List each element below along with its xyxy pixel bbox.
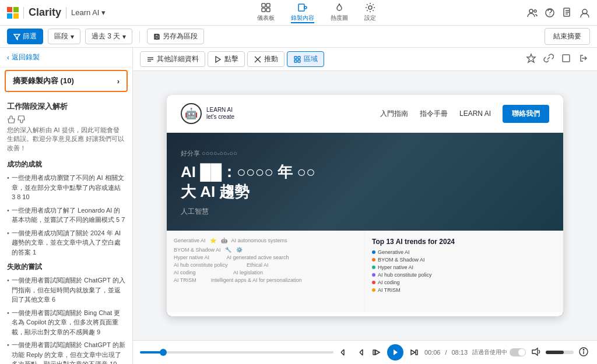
account-icon[interactable] (580, 8, 590, 18)
svg-point-9 (304, 6, 307, 9)
people-icon[interactable] (527, 8, 538, 18)
share-button[interactable] (577, 52, 590, 66)
app-title: Clarity (29, 6, 61, 19)
caption-toggle: 語過音使用中 (472, 348, 526, 356)
frame-back-button[interactable] (371, 347, 382, 358)
trend-item: BYOM & Shadow AI (372, 257, 556, 263)
time-separator: / (445, 349, 447, 356)
svg-rect-26 (294, 60, 297, 62)
site-nav: 入門指南 指令手冊 LEARN AI 聯絡我們 (380, 105, 549, 123)
nav-recordings[interactable]: 錄製內容 (291, 2, 314, 23)
segment-button[interactable]: 區段 ▾ (48, 29, 80, 44)
time-current: 00:06 (424, 349, 441, 356)
main-nav: 儀表板 錄製內容 熱度圖 設定 (115, 2, 518, 23)
video-grid: Generative AI ⭐ 🤖 AI autonomous systems … (167, 231, 563, 312)
video-share: 好分享 ○○○○-○○-○○ (181, 149, 549, 158)
list-item: 一個使用者嘗試閱讀關於 ChatGPT 的入門指南，但在短時間內就放棄了，並返回… (0, 274, 132, 306)
time-filter-button[interactable]: 過去 3 天 ▾ (85, 29, 132, 44)
play-button[interactable] (387, 344, 403, 361)
end-summary-button[interactable]: 結束摘要 (545, 28, 590, 45)
skip-back-button[interactable] (354, 347, 366, 358)
rewind-button[interactable] (338, 347, 350, 358)
time-total: 08:13 (451, 349, 468, 356)
svg-rect-6 (262, 8, 265, 12)
download-button[interactable] (560, 52, 573, 66)
nav-heatmap[interactable]: 熱度圖 (331, 2, 348, 23)
summary-header[interactable]: 摘要錄製內容 (10) › (5, 70, 128, 92)
video-title: AI ██：○○○○ 年 ○○ 大 AI 趨勢 (181, 162, 549, 202)
svg-point-10 (368, 6, 372, 9)
svg-rect-8 (298, 4, 304, 11)
progress-bar[interactable] (140, 351, 333, 354)
right-toolbar: 其他詳細資料 點擊 推動 區域 (133, 48, 597, 71)
svg-rect-25 (298, 56, 300, 59)
info-button[interactable] (577, 345, 590, 360)
save-segment-button[interactable]: 另存為區段 (147, 29, 204, 44)
volume-slider[interactable] (546, 351, 574, 354)
svg-marker-35 (532, 348, 538, 355)
video-controls: 00:06 / 08:13 語過音使用中 (133, 340, 597, 364)
svg-rect-27 (298, 60, 300, 62)
category-failure: 失敗的嘗試 (0, 259, 132, 274)
svg-point-11 (529, 9, 533, 13)
svg-marker-33 (411, 350, 415, 355)
category-success: 成功的成就 (0, 156, 132, 171)
star-button[interactable] (525, 52, 538, 66)
left-panel-content: 工作階段深入解析 您的深入解析由 AI 提供，因此可能會發生錯誤。歡迎分享意見反… (0, 94, 132, 364)
tab-clicks[interactable]: 點擊 (208, 51, 245, 67)
site-logo: 🤖 LEARN AI let's create (181, 103, 234, 124)
nav-dashboard[interactable]: 儀表板 (257, 2, 275, 23)
svg-rect-16 (156, 37, 158, 39)
tab-area[interactable]: 區域 (287, 51, 324, 67)
site-header: 🤖 LEARN AI let's create 入門指南 指令手冊 LEARN … (167, 95, 563, 133)
insights-title: 工作階段深入解析 (0, 97, 132, 114)
svg-point-38 (583, 349, 584, 349)
top-navigation: Clarity Learn AI ▾ 儀表板 錄製內容 熱度圖 設定 (0, 0, 597, 26)
svg-rect-4 (262, 3, 265, 7)
svg-rect-34 (416, 350, 417, 355)
volume-button[interactable] (529, 345, 542, 360)
list-item: 一個使用者成功閱讀了關於 2024 年 AI 趨勢的文章，並在文章中填入了空白處… (0, 227, 132, 259)
back-link[interactable]: ‹ 返回錄製 (0, 48, 132, 68)
svg-marker-31 (375, 350, 380, 355)
filter-button[interactable]: 篩選 (7, 29, 43, 44)
thumbdown-icon[interactable] (17, 115, 26, 123)
svg-rect-2 (7, 13, 12, 19)
right-panel: 其他詳細資料 點擊 推動 區域 (133, 48, 597, 364)
progress-dot (160, 349, 167, 356)
grid-right: Top 13 AI trends for 2024 Generative AI … (365, 231, 563, 312)
link-button[interactable] (542, 52, 555, 66)
nav-settings[interactable]: 設定 (364, 2, 376, 23)
trend-item: AI coding (372, 280, 556, 285)
svg-rect-0 (7, 7, 12, 12)
video-frame: 🤖 LEARN AI let's create 入門指南 指令手冊 LEARN … (167, 95, 563, 316)
main-content: ‹ 返回錄製 摘要錄製內容 (10) › 工作階段深入解析 您的深入解析由 AI… (0, 48, 597, 364)
svg-marker-32 (394, 349, 398, 355)
tab-push[interactable]: 推動 (247, 51, 285, 67)
microsoft-logo (7, 7, 19, 19)
svg-rect-1 (13, 7, 19, 12)
current-tab[interactable]: Learn AI ▾ (71, 8, 106, 17)
document-icon[interactable] (562, 8, 573, 18)
svg-rect-5 (266, 3, 270, 7)
tab-details[interactable]: 其他詳細資料 (140, 51, 205, 67)
right-toolbar-icons (525, 52, 590, 66)
logo-icon: 🤖 (181, 103, 202, 124)
thumbup-icon[interactable] (7, 115, 15, 123)
insights-subtitle: 您的深入解析由 AI 提供，因此可能會發生錯誤。歡迎分享意見反應 好讓我們可以改… (0, 125, 132, 156)
caption-switch[interactable] (510, 348, 526, 356)
right-controls: 語過音使用中 (472, 345, 590, 360)
svg-rect-29 (563, 55, 570, 62)
trend-item: AI TRISM (372, 287, 556, 293)
help-icon[interactable] (545, 8, 555, 18)
toolbar-separator (139, 31, 140, 43)
nav-divider-2 (66, 7, 66, 19)
list-item: 一個使用者嘗試閱讀關於 Bing Chat 更名為 Copilot 的文章，但多… (0, 306, 132, 339)
video-hero: 好分享 ○○○○-○○-○○ AI ██：○○○○ 年 ○○ 大 AI 趨勢 人… (167, 133, 563, 231)
skip-forward-button[interactable] (408, 347, 420, 358)
trend-item: Generative AI (372, 249, 556, 255)
list-item: 一個使用者嘗試閱讀關於 ChatGPT 的新功能 Reply 的文章，但在文章中… (0, 338, 132, 364)
logo-text: LEARN AI let's create (206, 107, 234, 121)
svg-rect-17 (155, 34, 158, 36)
toggle-knob (518, 349, 525, 356)
